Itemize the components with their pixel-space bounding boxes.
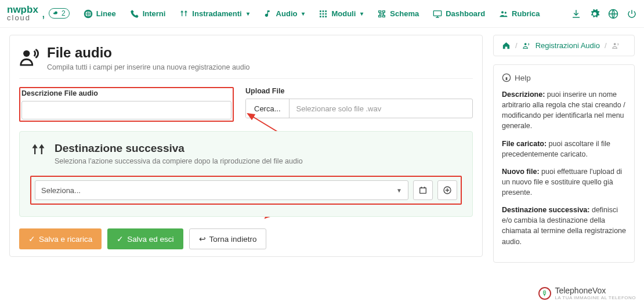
svg-point-10: [613, 43, 616, 45]
back-arrow-icon: ↩: [199, 234, 206, 244]
svg-rect-7: [420, 188, 426, 193]
help-title: Help: [502, 73, 626, 82]
globe-icon[interactable]: [608, 9, 618, 19]
app-logo[interactable]: nwpbx cloud , 2: [7, 5, 70, 21]
upload-label: Upload File: [245, 87, 473, 95]
plus-circle-icon: [443, 186, 452, 195]
nav-schema[interactable]: Schema: [371, 6, 425, 22]
home-icon[interactable]: [502, 41, 511, 50]
help-p2: File caricato: puoi ascoltare il file pr…: [502, 139, 626, 159]
save-exit-button[interactable]: ✓Salva ed esci: [107, 228, 183, 249]
nav-items: Linee Interni Instradamenti▾ Audio▾ Modu…: [78, 6, 546, 22]
upload-placeholder: Selezionare solo file .wav: [290, 99, 472, 118]
back-button[interactable]: ↩Torna indietro: [189, 228, 267, 249]
highlight-description: Descrizione File audio: [19, 87, 234, 122]
record-voice-icon: [522, 41, 531, 50]
open-in-new-icon: [418, 186, 428, 195]
top-nav: nwpbx cloud , 2 Linee Interni Instradame…: [0, 0, 644, 28]
highlight-destination: Seleziona... ▼: [30, 176, 462, 205]
page-title: File audio: [47, 45, 250, 61]
music-note-icon: [263, 9, 273, 19]
breadcrumb-link[interactable]: Registrazioni Audio: [536, 41, 600, 50]
page-header: File audio Compila tutti i campi per ins…: [19, 45, 473, 79]
footer-logo: 🎙 TelephoneVox LA TUA IMMAGINE AL TELEFO…: [538, 286, 636, 300]
power-icon[interactable]: [627, 9, 637, 19]
contacts-icon: [499, 9, 508, 19]
nav-dashboard[interactable]: Dashboard: [427, 6, 491, 22]
nav-right: [571, 9, 637, 19]
grid-icon: [319, 9, 328, 19]
destination-select[interactable]: Seleziona... ▼: [35, 180, 408, 200]
route-icon: [179, 9, 189, 19]
page-subtitle: Compila tutti i campi per inserire una n…: [47, 63, 250, 71]
monitor-icon: [433, 9, 442, 19]
help-panel: Help Descrizione: puoi inserire un nome …: [493, 64, 635, 263]
destination-subtitle: Seleziona l'azione successiva da compier…: [55, 157, 303, 165]
help-p4: Destinazione successiva: definisci e/o c…: [502, 205, 626, 247]
svg-rect-0: [434, 10, 442, 16]
action-buttons: ✓Salva e ricarica ✓Salva ed esci ↩Torna …: [19, 228, 473, 249]
destination-panel: Destinazione successiva Seleziona l'azio…: [19, 131, 473, 217]
chevron-down-icon: ▾: [302, 10, 305, 17]
save-reload-button[interactable]: ✓Salva e ricarica: [19, 228, 102, 249]
upload-browse-button[interactable]: Cerca...: [246, 99, 290, 118]
logo-badge: 2: [49, 8, 70, 19]
svg-point-9: [524, 43, 526, 45]
check-icon: ✓: [117, 234, 124, 244]
help-p3: Nuovo file: puoi effettuare l'upload di …: [502, 166, 626, 198]
destination-select-placeholder: Seleziona...: [41, 186, 81, 195]
destination-title: Destinazione successiva: [55, 142, 303, 155]
nav-instradamenti[interactable]: Instradamenti▾: [173, 6, 255, 22]
add-destination-button[interactable]: [437, 180, 457, 200]
globe-icon: [84, 9, 93, 19]
chevron-down-icon: ▾: [360, 10, 363, 17]
help-p1: Descrizione: puoi inserire un nome arbit…: [502, 89, 626, 132]
nav-moduli[interactable]: Moduli▾: [313, 6, 369, 22]
nav-rubrica[interactable]: Rubrica: [493, 6, 545, 22]
svg-point-4: [23, 50, 30, 57]
footer-logo-mark: 🎙: [538, 287, 551, 300]
phone-icon: [130, 9, 139, 19]
upload-file-field: Cerca... Selezionare solo file .wav: [245, 99, 473, 118]
check-icon: ✓: [28, 234, 35, 244]
chevron-down-icon: ▼: [396, 187, 402, 194]
download-icon[interactable]: [571, 9, 581, 19]
nav-linee[interactable]: Linee: [78, 6, 122, 22]
nav-interni[interactable]: Interni: [124, 6, 172, 22]
route-icon: [30, 142, 46, 158]
main-card: File audio Compila tutti i campi per ins…: [9, 35, 483, 257]
open-modal-button[interactable]: [413, 180, 433, 200]
svg-point-1: [501, 11, 504, 13]
record-voice-icon: [19, 47, 39, 67]
nav-audio[interactable]: Audio▾: [258, 6, 311, 22]
breadcrumb: / Registrazioni Audio /: [493, 35, 635, 56]
chevron-down-icon: ▾: [247, 10, 249, 17]
record-voice-icon: [612, 41, 620, 50]
gear-icon[interactable]: [589, 9, 600, 19]
schema-icon: [377, 9, 386, 19]
svg-point-2: [505, 12, 506, 13]
description-input[interactable]: [21, 101, 231, 119]
info-icon: [502, 73, 511, 82]
description-label: Descrizione File audio: [21, 89, 231, 97]
